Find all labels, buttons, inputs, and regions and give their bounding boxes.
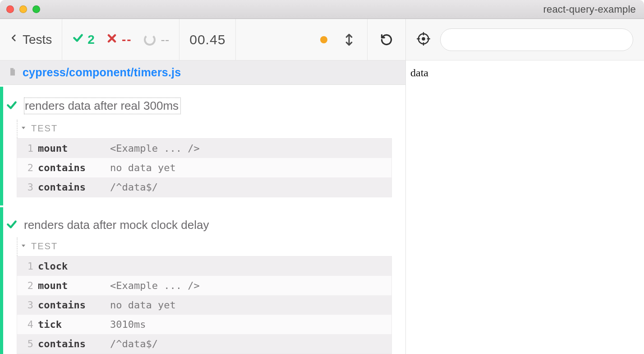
caret-down-icon xyxy=(20,125,27,133)
command-message: no data yet xyxy=(110,299,391,311)
command-row[interactable]: 2 mount <Example ... /> xyxy=(17,276,391,295)
check-icon xyxy=(6,219,18,232)
test-item: renders data after mock clock delay TEST… xyxy=(0,207,405,354)
command-row[interactable]: 2 contains no data yet xyxy=(17,158,391,177)
minimize-window-button[interactable] xyxy=(19,5,27,13)
test-item: renders data after real 300ms TEST 1 xyxy=(0,87,405,205)
file-icon xyxy=(8,66,17,79)
command-number: 1 xyxy=(17,261,38,272)
command-number: 1 xyxy=(17,143,38,154)
spec-path: cypress/component/timers.js xyxy=(23,66,181,79)
command-row[interactable]: 5 contains /^data$/ xyxy=(17,334,391,354)
command-name: tick xyxy=(38,319,110,330)
stats-pending: -- xyxy=(144,33,170,47)
aut-panel: data xyxy=(406,19,644,354)
command-message: no data yet xyxy=(110,162,391,173)
command-row[interactable]: 1 mount <Example ... /> xyxy=(17,139,391,158)
rerun-button[interactable] xyxy=(368,19,405,60)
aut-content: data xyxy=(406,61,644,354)
section-label: TEST xyxy=(31,241,58,252)
passed-count: 2 xyxy=(87,33,95,47)
command-name: contains xyxy=(38,162,110,173)
maximize-window-button[interactable] xyxy=(32,5,40,13)
titlebar: react-query-example xyxy=(0,0,644,19)
command-message: <Example ... /> xyxy=(110,280,391,291)
back-to-tests-button[interactable]: Tests xyxy=(0,19,62,60)
viewport-toggle-button[interactable] xyxy=(343,33,355,46)
command-log: 1 mount <Example ... /> 2 contains no da… xyxy=(17,138,392,197)
stats-failed: -- xyxy=(106,33,132,47)
test-header[interactable]: renders data after real 300ms xyxy=(3,95,405,119)
command-log: 1 clock 2 mount <Example ... /> 3 xyxy=(17,256,392,354)
command-name: contains xyxy=(38,299,110,311)
command-number: 4 xyxy=(17,319,38,330)
command-name: mount xyxy=(38,143,110,154)
x-icon xyxy=(106,33,117,47)
command-message: /^data$/ xyxy=(110,338,391,349)
close-window-button[interactable] xyxy=(6,5,14,13)
run-duration: 00.45 xyxy=(189,32,225,47)
viewport-controls xyxy=(308,19,368,60)
traffic-lights xyxy=(6,5,40,13)
window-title: react-query-example xyxy=(543,0,636,19)
command-message: 3010ms xyxy=(110,319,391,330)
back-label: Tests xyxy=(23,33,52,47)
svg-marker-3 xyxy=(22,126,25,129)
section-header[interactable]: TEST xyxy=(17,120,392,138)
command-name: contains xyxy=(38,182,110,193)
run-stats: 2 -- -- xyxy=(62,19,179,60)
command-name: contains xyxy=(38,338,110,349)
reporter-panel: Tests 2 -- xyxy=(0,19,406,354)
command-number: 3 xyxy=(17,182,38,193)
command-message: /^data$/ xyxy=(110,182,391,193)
test-title: renders data after mock clock delay xyxy=(24,218,209,232)
command-row[interactable]: 3 contains no data yet xyxy=(17,295,391,315)
command-row[interactable]: 4 tick 3010ms xyxy=(17,315,391,334)
app-window: react-query-example Tests 2 xyxy=(0,0,644,354)
test-header[interactable]: renders data after mock clock delay xyxy=(3,215,405,237)
status-dot-icon xyxy=(320,36,327,43)
reporter-toolbar: Tests 2 -- xyxy=(0,19,405,61)
command-message: <Example ... /> xyxy=(110,143,391,154)
command-number: 2 xyxy=(17,280,38,291)
chevron-left-icon xyxy=(10,32,18,47)
pending-count: -- xyxy=(161,33,170,47)
spinner-icon xyxy=(144,34,156,46)
command-row[interactable]: 1 clock xyxy=(17,256,391,276)
failed-count: -- xyxy=(122,33,132,47)
test-title: renders data after real 300ms xyxy=(24,98,181,114)
tests-list: renders data after real 300ms TEST 1 xyxy=(0,85,405,354)
check-icon xyxy=(72,32,84,47)
section-header[interactable]: TEST xyxy=(17,238,392,256)
spec-bar[interactable]: cypress/component/timers.js xyxy=(0,61,405,85)
command-number: 3 xyxy=(17,299,38,311)
stats-passed: 2 xyxy=(72,32,95,47)
command-number: 2 xyxy=(17,162,38,173)
command-number: 5 xyxy=(17,338,38,349)
command-name: mount xyxy=(38,280,110,291)
selector-playground-button[interactable] xyxy=(417,32,430,47)
aut-toolbar xyxy=(406,19,644,61)
url-input[interactable] xyxy=(440,28,633,51)
svg-point-6 xyxy=(423,37,425,40)
section-label: TEST xyxy=(31,123,58,134)
duration-cell: 00.45 xyxy=(179,19,236,60)
command-row[interactable]: 3 contains /^data$/ xyxy=(17,177,391,197)
command-name: clock xyxy=(38,261,110,272)
check-icon xyxy=(6,99,18,113)
caret-down-icon xyxy=(20,242,27,251)
svg-marker-4 xyxy=(22,244,25,247)
